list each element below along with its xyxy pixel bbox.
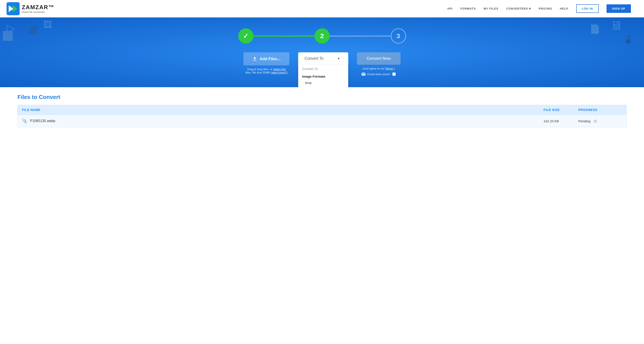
cancel-icon[interactable]: ⊗ — [594, 118, 597, 124]
chevron-down-icon — [529, 6, 531, 11]
file-name: P1065135.webp — [30, 119, 55, 123]
dropdown-placeholder: Convert To — [298, 65, 348, 73]
file-progress-cell: Pending ⊗ — [578, 118, 622, 124]
want-more-link[interactable]: (want more?) — [271, 71, 288, 74]
files-section: Files to Convert FILE NAME FILE SIZE PRO… — [0, 87, 644, 134]
nav-my-files[interactable]: MY FILES — [484, 7, 498, 10]
convert-now-subtext: (And agree to our Terms ) — [363, 67, 395, 70]
signup-button[interactable]: SIGN UP — [606, 4, 631, 13]
convert-to-button[interactable]: Convert To — [298, 52, 348, 65]
logo[interactable]: ZAMZAR™ Online file conversion — [6, 2, 54, 15]
select-link[interactable]: select link — [273, 68, 286, 71]
chevron-down-icon — [338, 56, 340, 61]
svg-rect-3 — [253, 60, 256, 60]
email-when-done: Email when done? — [362, 72, 396, 76]
nav-converters[interactable]: CONVERTERS — [506, 6, 531, 11]
step-1-circle: ✓ — [238, 28, 254, 44]
upload-icon — [252, 56, 258, 62]
terms-link[interactable]: Terms — [385, 67, 393, 70]
nav-api[interactable]: API — [447, 7, 453, 10]
table-row: 📎 P1065135.webp 142.33 KB Pending ⊗ — [18, 115, 626, 127]
stepper: ✓ 2 3 — [233, 24, 412, 46]
step-3-circle: 3 — [391, 28, 406, 44]
dropdown-group-image: Image Formats — [298, 73, 348, 79]
main-nav: API FORMATS MY FILES CONVERTERS PRICING … — [447, 4, 631, 13]
col-header-filesize: FILE SIZE — [544, 108, 578, 112]
file-name-cell: 📎 P1065135.webp — [22, 118, 544, 124]
convert-to-col: Convert To Convert To Image Formats bmp … — [298, 52, 348, 65]
add-files-subtext: Drag & drop files, or select link Max. f… — [246, 68, 288, 74]
files-title: Files to Convert — [18, 94, 626, 100]
email-icon — [362, 72, 366, 76]
email-checkbox[interactable] — [392, 72, 396, 76]
dropdown-item-bmp[interactable]: bmp — [298, 79, 348, 86]
files-table: FILE NAME FILE SIZE PROGRESS 📎 P1065135.… — [18, 105, 626, 127]
login-button[interactable]: LOG IN — [576, 4, 599, 13]
convert-to-dropdown: Convert To Image Formats bmp gif jpg pcx… — [298, 65, 348, 87]
convert-now-col: Convert Now (And agree to our Terms ) Em… — [357, 52, 400, 76]
nav-help[interactable]: HELP — [560, 7, 568, 10]
nav-pricing[interactable]: PRICING — [539, 7, 552, 10]
step-line-2-3 — [330, 36, 391, 36]
file-progress-status: Pending — [578, 119, 590, 123]
logo-subtitle: Online file conversion — [22, 11, 54, 13]
logo-title: ZAMZAR™ — [22, 4, 54, 11]
step-line-1-2 — [254, 36, 314, 36]
add-files-col: Add Files... Drag & drop files, or selec… — [244, 52, 289, 74]
logo-icon — [6, 2, 20, 15]
add-files-button[interactable]: Add Files... — [244, 52, 289, 66]
header: ZAMZAR™ Online file conversion API FORMA… — [0, 0, 644, 18]
step-2-circle: 2 — [314, 28, 330, 44]
paperclip-icon: 📎 — [22, 118, 28, 124]
hero-section: ▷ ⬛ 🖼 ⬜ 🖥 📄 📱 ✓ 2 3 — [0, 18, 644, 87]
files-table-header: FILE NAME FILE SIZE PROGRESS — [18, 105, 626, 115]
file-size-cell: 142.33 KB — [544, 119, 578, 123]
col-header-progress: PROGRESS — [578, 108, 622, 112]
stepper-container: ✓ 2 3 — [233, 24, 412, 46]
convert-now-button[interactable]: Convert Now — [357, 52, 400, 65]
convert-to-wrapper: Convert To Convert To Image Formats bmp … — [298, 52, 348, 65]
action-row: Add Files... Drag & drop files, or selec… — [224, 52, 420, 76]
col-header-filename: FILE NAME — [22, 108, 544, 112]
dropdown-item-gif[interactable]: gif — [298, 86, 348, 87]
nav-formats[interactable]: FORMATS — [460, 7, 476, 10]
